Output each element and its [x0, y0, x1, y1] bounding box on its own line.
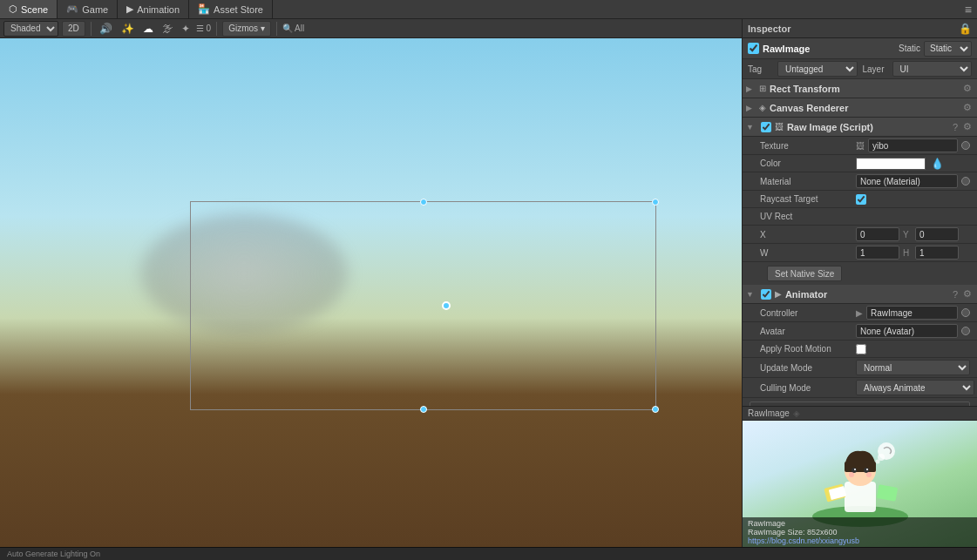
canvas-renderer-settings[interactable]: ⚙	[961, 102, 974, 113]
svg-point-9	[866, 472, 872, 477]
controller-picker-btn[interactable]	[961, 308, 970, 317]
material-picker-btn[interactable]	[961, 177, 970, 186]
game-icon: 🎮	[66, 3, 78, 15]
static-select[interactable]: Static	[924, 41, 972, 57]
apply-root-checkbox[interactable]	[856, 344, 866, 354]
effects-icon-btn[interactable]: ✨	[119, 23, 137, 35]
animator-name: Animator	[785, 289, 947, 300]
toolbar-separator-3	[276, 22, 277, 36]
eyedropper-icon[interactable]: 💧	[931, 158, 944, 170]
uvrect-w-input[interactable]	[856, 246, 899, 260]
color-swatch[interactable]	[856, 158, 926, 170]
uvrect-y-input[interactable]	[915, 227, 959, 241]
culling-mode-value: Always Animate Cull Update Transforms Cu…	[856, 380, 974, 395]
svg-point-15	[875, 460, 879, 464]
animator-enabled[interactable]	[761, 289, 771, 300]
sky-icon-btn[interactable]: ☁	[140, 23, 156, 35]
gizmos-btn[interactable]: Gizmos ▾	[222, 21, 271, 37]
animator-ref[interactable]: ?	[951, 288, 960, 300]
avatar-value	[856, 324, 970, 338]
rect-transform-name: Rect Transform	[770, 84, 958, 94]
raw-image-enabled[interactable]	[761, 122, 771, 132]
audio-icon-btn[interactable]: 🔊	[97, 23, 115, 35]
update-mode-select[interactable]: Normal AnimatePhysics UnscaledTime	[856, 360, 970, 375]
flares-icon-btn[interactable]: ✦	[179, 23, 193, 35]
preview-overlay-url: https://blog.csdn.net/xxiangyusb	[748, 536, 972, 545]
handle-bottom-right[interactable]	[652, 406, 659, 413]
selection-rect[interactable]	[190, 201, 656, 410]
layer-select[interactable]: UI	[892, 61, 973, 77]
tag-layer-row: Tag Untagged Layer UI	[743, 59, 977, 79]
raw-image-settings[interactable]: ⚙	[961, 121, 974, 132]
status-bar: Auto Generate Lighting On	[0, 547, 977, 560]
raw-image-ref[interactable]: ?	[951, 121, 960, 132]
native-size-row: Set Native Size	[743, 262, 977, 285]
main-area: Shaded 2D 🔊 ✨ ☁ 🌫 ✦ ☰ 0 Gizmos ▾ 🔍 All	[0, 19, 977, 547]
raycast-label: Raycast Target	[760, 194, 856, 204]
svg-rect-1	[845, 482, 876, 512]
2d-toggle[interactable]: 2D	[62, 21, 85, 37]
toolbar-separator-1	[91, 22, 92, 36]
object-name-input[interactable]	[763, 44, 895, 54]
handle-top-right[interactable]	[652, 199, 659, 206]
uvrect-wh-row: W H	[743, 244, 977, 262]
rect-transform-arrow: ▶	[746, 84, 752, 93]
tab-asset-store[interactable]: 🏪 Asset Store	[189, 0, 273, 18]
animation-icon: ▶	[126, 3, 133, 15]
handle-top-center[interactable]	[420, 199, 427, 206]
animator-icon: ▶	[775, 289, 782, 299]
texture-icon: 🖼	[856, 141, 865, 151]
update-mode-value: Normal AnimatePhysics UnscaledTime	[856, 360, 970, 375]
material-input[interactable]	[856, 174, 958, 188]
inspector-body: Static Static Tag Untagged Layer UI ▶ ⊞	[743, 38, 977, 406]
uvrect-x-input[interactable]	[856, 227, 899, 241]
animator-settings[interactable]: ⚙	[961, 288, 974, 300]
rect-transform-header[interactable]: ▶ ⊞ Rect Transform ⚙	[743, 79, 977, 98]
tab-menu-btn[interactable]: ≡	[960, 3, 977, 17]
apply-root-value	[856, 344, 970, 354]
handle-bottom-center[interactable]	[420, 406, 427, 413]
uvrect-label-row: UV Rect	[743, 208, 977, 226]
native-size-btn[interactable]: Set Native Size	[767, 266, 842, 281]
svg-point-5	[864, 468, 869, 473]
tab-scene[interactable]: ⬡ Scene	[0, 0, 58, 18]
avatar-input[interactable]	[856, 324, 958, 338]
scene-view[interactable]	[0, 38, 742, 547]
uvrect-w-label: W	[760, 248, 856, 258]
culling-mode-select[interactable]: Always Animate Cull Update Transforms Cu…	[856, 380, 974, 395]
fog-icon-btn[interactable]: 🌫	[159, 23, 175, 35]
raycast-checkbox[interactable]	[856, 194, 866, 205]
animator-header[interactable]: ▼ ▶ Animator ? ⚙	[743, 285, 977, 304]
preview-image[interactable]: RawImage RawImage Size: 852x600 https://…	[743, 421, 977, 547]
uvrect-h-input[interactable]	[915, 246, 959, 260]
tab-animation[interactable]: ▶ Animation	[118, 0, 189, 18]
avatar-picker-btn[interactable]	[961, 327, 970, 335]
uvrect-x-label: X	[760, 230, 856, 240]
controller-input[interactable]	[866, 306, 958, 320]
apply-root-row: Apply Root Motion	[743, 341, 977, 358]
color-row: Color 💧	[743, 155, 977, 172]
canvas-renderer-header[interactable]: ▶ ◈ Canvas Renderer ⚙	[743, 98, 977, 118]
uvrect-label: UV Rect	[760, 212, 856, 221]
raw-image-header[interactable]: ▼ 🖼 Raw Image (Script) ? ⚙	[743, 118, 977, 137]
object-active-checkbox[interactable]	[748, 43, 759, 54]
raycast-value	[856, 194, 970, 205]
texture-input[interactable]	[868, 138, 958, 152]
rect-transform-settings[interactable]: ⚙	[961, 83, 974, 94]
tab-game[interactable]: 🎮 Game	[58, 0, 118, 18]
texture-value: 🖼	[856, 138, 970, 152]
tag-select[interactable]: Untagged	[777, 61, 858, 77]
search-label: 🔍 All	[282, 24, 304, 33]
shading-select[interactable]: Shaded	[3, 21, 58, 37]
canvas-renderer-icon: ◈	[759, 103, 766, 112]
toolbar-separator-2	[216, 22, 217, 36]
uvrect-xy-row: X Y	[743, 226, 977, 244]
texture-picker-btn[interactable]	[961, 141, 970, 150]
wh-row: H	[856, 246, 970, 260]
selection-center	[442, 301, 451, 310]
inspector-lock-btn[interactable]: 🔒	[959, 23, 972, 35]
canvas-renderer-arrow: ▶	[746, 104, 752, 112]
uvrect-xy-value: Y	[856, 227, 970, 241]
raw-image-icon: 🖼	[775, 122, 784, 132]
avatar-label: Avatar	[760, 327, 856, 336]
